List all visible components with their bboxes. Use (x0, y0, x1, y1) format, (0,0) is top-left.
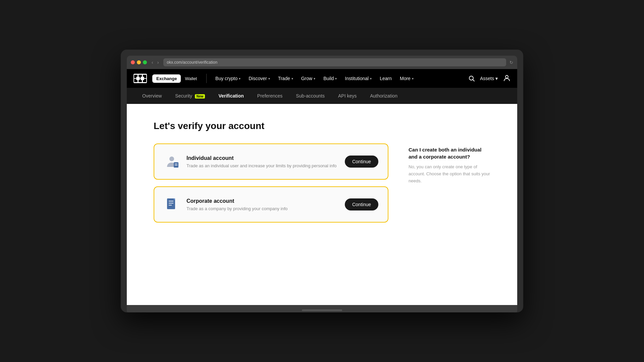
profile-button[interactable] (503, 74, 511, 83)
subnav-authorization[interactable]: Authorization (365, 91, 403, 101)
close-traffic-light[interactable] (131, 60, 135, 64)
browser-controls: ↻ (509, 60, 513, 65)
individual-account-title: Individual account (186, 155, 337, 161)
individual-continue-button[interactable]: Continue (345, 156, 378, 168)
search-button[interactable] (469, 75, 475, 81)
corporate-card-text: Corporate account Trade as a company by … (186, 198, 288, 211)
svg-line-9 (473, 80, 474, 81)
logo-area (133, 74, 147, 83)
faq-question: Can I create both an individual and a co… (409, 146, 490, 160)
chevron-down-icon: ▾ (291, 77, 293, 80)
nav-arrows: ‹ › (150, 59, 160, 66)
exchange-button[interactable]: Exchange (152, 74, 181, 83)
reload-icon[interactable]: ↻ (509, 60, 513, 65)
page-title: Let's verify your account (154, 121, 490, 131)
svg-rect-12 (174, 162, 178, 168)
corporate-account-icon (164, 196, 180, 213)
nav-trade[interactable]: Trade ▾ (275, 74, 297, 83)
new-badge: New (195, 94, 205, 99)
address-bar[interactable]: okx.com/account/verification (163, 58, 506, 66)
nav-buy-crypto[interactable]: Buy crypto ▾ (212, 74, 244, 83)
nav-learn[interactable]: Learn (376, 74, 395, 83)
svg-rect-15 (167, 198, 175, 209)
forward-button[interactable]: › (156, 59, 160, 66)
laptop-bottom (127, 305, 517, 312)
laptop-frame: ‹ › okx.com/account/verification ↻ (121, 50, 523, 312)
faq-answer: No, you can only create one type of acco… (409, 164, 490, 184)
nav-discover[interactable]: Discover ▾ (245, 74, 273, 83)
svg-rect-7 (141, 77, 144, 80)
card-left-individual: Individual account Trade as an individua… (164, 154, 337, 170)
svg-rect-6 (137, 77, 140, 80)
nav-build[interactable]: Build ▾ (320, 74, 340, 83)
browser-chrome: ‹ › okx.com/account/verification ↻ (127, 56, 517, 69)
cards-section: Individual account Trade as an individua… (154, 143, 388, 223)
chevron-down-icon: ▾ (370, 77, 372, 80)
subnav-security[interactable]: Security New (170, 91, 210, 101)
minimize-traffic-light[interactable] (137, 60, 141, 64)
individual-account-card: Individual account Trade as an individua… (154, 143, 388, 180)
corporate-account-title: Corporate account (186, 198, 288, 204)
faq-section: Can I create both an individual and a co… (409, 143, 490, 223)
svg-point-11 (169, 157, 174, 161)
chevron-down-icon: ▾ (239, 77, 240, 80)
top-nav: Exchange Wallet Buy crypto ▾ Discover ▾ … (127, 69, 517, 88)
main-content: Let's verify your account (127, 104, 517, 305)
subnav-overview[interactable]: Overview (137, 91, 167, 101)
corporate-continue-button[interactable]: Continue (345, 198, 378, 210)
nav-more[interactable]: More ▾ (396, 74, 417, 83)
screen: Exchange Wallet Buy crypto ▾ Discover ▾ … (127, 69, 517, 305)
individual-account-icon (164, 154, 180, 170)
chevron-down-icon: ▾ (268, 77, 270, 80)
chevron-down-icon: ▾ (335, 77, 337, 80)
card-left-corporate: Corporate account Trade as a company by … (164, 196, 288, 213)
nav-links: Buy crypto ▾ Discover ▾ Trade ▾ Grow ▾ B… (212, 74, 469, 83)
back-button[interactable]: ‹ (150, 59, 155, 66)
subnav-subaccounts[interactable]: Sub-accounts (290, 91, 330, 101)
nav-institutional[interactable]: Institutional ▾ (341, 74, 375, 83)
subnav-apikeys[interactable]: API keys (333, 91, 362, 101)
fullscreen-traffic-light[interactable] (143, 60, 147, 64)
okx-logo[interactable] (133, 74, 147, 83)
url-text: okx.com/account/verification (167, 60, 217, 65)
chevron-down-icon: ▾ (314, 77, 315, 80)
individual-card-text: Individual account Trade as an individua… (186, 155, 337, 168)
corporate-account-card: Corporate account Trade as a company by … (154, 186, 388, 223)
assets-button[interactable]: Assets ▾ (480, 76, 498, 81)
nav-grow[interactable]: Grow ▾ (298, 74, 319, 83)
corporate-account-desc: Trade as a company by providing your com… (186, 206, 288, 211)
nav-divider (206, 74, 207, 83)
trackpad-notch (302, 309, 342, 311)
svg-rect-19 (174, 198, 175, 200)
individual-account-desc: Trade as an individual user and increase… (186, 163, 337, 168)
subnav-verification[interactable]: Verification (213, 91, 249, 101)
subnav-preferences[interactable]: Preferences (252, 91, 288, 101)
sub-nav: Overview Security New Verification Prefe… (127, 88, 517, 104)
svg-point-10 (505, 75, 508, 78)
nav-right: Assets ▾ (469, 74, 511, 83)
wallet-button[interactable]: Wallet (181, 74, 201, 83)
traffic-lights (131, 60, 147, 64)
svg-point-8 (469, 76, 473, 80)
chevron-down-icon: ▾ (412, 77, 414, 80)
content-layout: Individual account Trade as an individua… (154, 143, 490, 223)
